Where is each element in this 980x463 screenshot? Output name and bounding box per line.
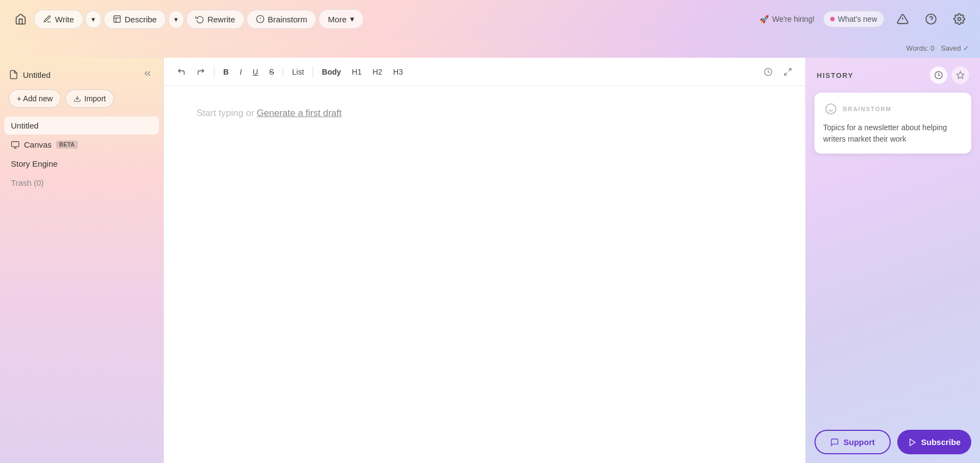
h1-button[interactable]: H1 <box>347 65 366 78</box>
write-chevron[interactable]: ▾ <box>85 10 101 28</box>
bold-button[interactable]: B <box>219 65 233 78</box>
help-icon-button[interactable] <box>921 9 941 29</box>
generate-draft-link[interactable]: Generate a first draft <box>257 108 342 118</box>
canvas-label: Canvas <box>24 140 52 149</box>
untitled-label: Untitled <box>11 121 39 130</box>
collapse-sidebar-button[interactable] <box>140 66 155 83</box>
history-card-header: BRAINSTORM <box>823 101 963 117</box>
import-button[interactable]: Import <box>65 89 114 108</box>
svg-line-17 <box>785 72 787 75</box>
editor-content[interactable]: Start typing or Generate a first draft <box>164 86 805 463</box>
svg-point-20 <box>826 104 836 114</box>
subscribe-button[interactable]: Subscribe <box>897 430 971 454</box>
sidebar-doc-title: Untitled <box>23 70 51 80</box>
svg-point-10 <box>958 17 961 21</box>
svg-line-16 <box>788 69 791 71</box>
sidebar-item-untitled[interactable]: Untitled <box>4 117 159 135</box>
saved-indicator: Saved ✓ <box>941 44 969 52</box>
settings-icon-button[interactable] <box>950 9 969 29</box>
more-chevron-icon: ▾ <box>350 14 354 24</box>
canvas-icon <box>11 141 20 149</box>
topbar: Write ▾ Describe ▾ Rewrite <box>0 0 980 38</box>
undo-button[interactable] <box>173 65 190 78</box>
checkmark-icon: ✓ <box>963 44 969 52</box>
italic-button[interactable]: I <box>235 65 246 78</box>
svg-marker-19 <box>957 71 964 78</box>
list-label: List <box>292 68 304 76</box>
svg-marker-23 <box>910 439 915 446</box>
support-button[interactable]: Support <box>814 430 891 454</box>
main-layout: Untitled + Add new Import Untitled <box>0 58 980 463</box>
support-label: Support <box>843 437 875 447</box>
describe-chevron[interactable]: ▾ <box>168 10 184 28</box>
import-icon <box>74 95 81 102</box>
history-card-label: BRAINSTORM <box>843 106 891 112</box>
write-button[interactable]: Write <box>34 10 83 29</box>
sidebar-item-canvas[interactable]: Canvas BETA <box>4 136 159 154</box>
brainstorm-card-icon <box>823 101 838 117</box>
write-label: Write <box>55 15 74 24</box>
toolbar-buttons: Write ▾ Describe ▾ Rewrite <box>34 9 364 29</box>
whats-new-button[interactable]: What's new <box>823 11 884 27</box>
history-clock-button[interactable] <box>759 65 777 78</box>
history-card[interactable]: BRAINSTORM Topics for a newsletter about… <box>814 93 971 154</box>
secondary-bar: Words: 0 Saved ✓ <box>0 38 980 58</box>
h2-label: H2 <box>372 68 382 76</box>
history-panel-footer: Support Subscribe <box>806 421 980 463</box>
history-title: HISTORY <box>817 71 854 80</box>
topbar-right: 🚀 We're hiring! What's new <box>759 9 969 29</box>
bold-label: B <box>223 68 229 76</box>
h3-label: H3 <box>393 68 403 76</box>
h1-label: H1 <box>352 68 362 76</box>
sidebar-item-trash[interactable]: Trash (0) <box>4 174 159 192</box>
history-icons <box>930 66 969 84</box>
history-header: HISTORY <box>806 58 980 93</box>
history-clock-icon-button[interactable] <box>930 66 947 84</box>
brainstorm-button[interactable]: Brainstorm <box>247 10 317 29</box>
more-button[interactable]: More ▾ <box>318 9 363 29</box>
history-star-icon-button[interactable] <box>952 66 969 84</box>
list-button[interactable]: List <box>287 65 308 78</box>
sidebar-actions: + Add new Import <box>0 89 163 117</box>
sidebar-item-story-engine[interactable]: Story Engine <box>4 155 159 173</box>
document-icon <box>9 70 19 80</box>
import-label: Import <box>84 94 106 103</box>
home-button[interactable] <box>11 9 30 29</box>
notification-dot <box>830 17 835 21</box>
editor-placeholder: Start typing or <box>197 108 257 118</box>
editor-toolbar: B I U S List Body H1 H2 <box>164 58 805 86</box>
story-engine-label: Story Engine <box>11 159 58 168</box>
describe-button[interactable]: Describe <box>103 10 166 29</box>
saved-label: Saved <box>941 44 961 52</box>
redo-button[interactable] <box>192 65 210 78</box>
h2-button[interactable]: H2 <box>368 65 387 78</box>
underline-button[interactable]: U <box>248 65 262 78</box>
fullscreen-button[interactable] <box>779 65 797 78</box>
body-label: Body <box>322 68 341 76</box>
history-panel: HISTORY <box>806 58 980 463</box>
editor-area: B I U S List Body H1 H2 <box>163 58 806 463</box>
whats-new-label: What's new <box>838 15 877 23</box>
strikethrough-label: S <box>269 68 274 76</box>
svg-rect-0 <box>114 16 120 22</box>
toolbar-divider-1 <box>214 66 215 77</box>
subscribe-icon <box>908 438 917 447</box>
body-button[interactable]: Body <box>317 65 345 78</box>
add-new-button[interactable]: + Add new <box>9 89 61 108</box>
describe-label: Describe <box>125 15 157 24</box>
support-icon <box>830 438 839 447</box>
sidebar-title-row: Untitled <box>9 70 51 80</box>
rewrite-label: Rewrite <box>207 15 235 24</box>
beta-badge: BETA <box>56 141 78 149</box>
sidebar-nav: Untitled Canvas BETA Story Engine Trash … <box>0 117 163 192</box>
alert-icon-button[interactable] <box>893 9 912 29</box>
history-card-text: Topics for a newsletter about helping wr… <box>823 122 963 145</box>
more-label: More <box>328 15 346 24</box>
topbar-left: Write ▾ Describe ▾ Rewrite <box>11 9 364 29</box>
strikethrough-button[interactable]: S <box>265 65 278 78</box>
word-count: Words: 0 <box>906 44 934 52</box>
hiring-button[interactable]: 🚀 We're hiring! <box>759 15 814 23</box>
sidebar: Untitled + Add new Import Untitled <box>0 58 163 463</box>
rewrite-button[interactable]: Rewrite <box>186 10 244 29</box>
h3-button[interactable]: H3 <box>389 65 407 78</box>
